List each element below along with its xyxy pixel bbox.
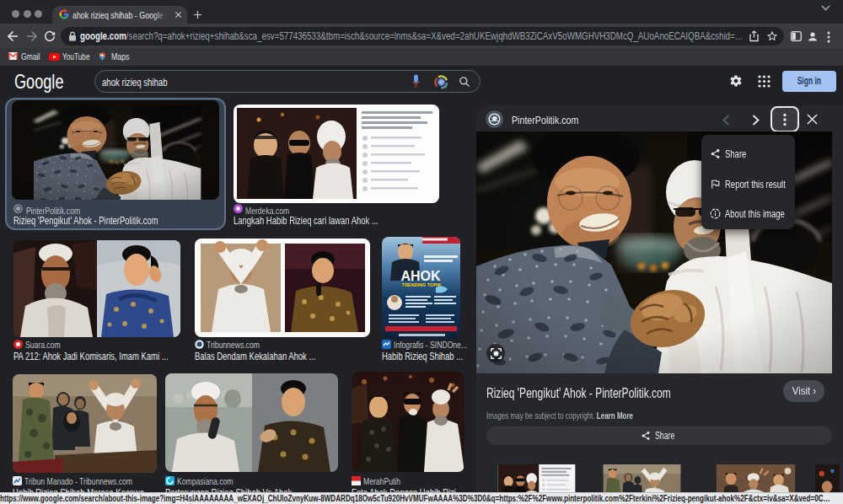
svg-text:AHOK: AHOK: [400, 269, 441, 283]
svg-text:TRENDING TOPIK: TRENDING TOPIK: [402, 282, 442, 287]
